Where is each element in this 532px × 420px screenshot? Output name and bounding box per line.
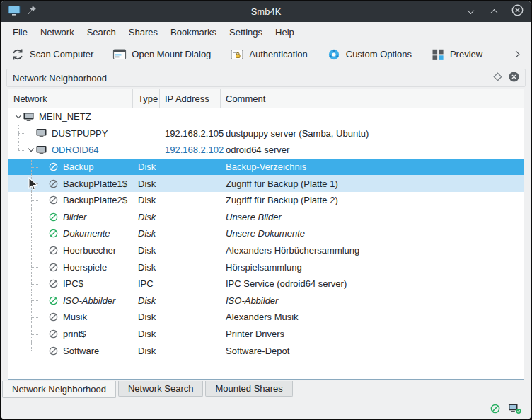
cell-comment <box>221 108 524 125</box>
share-icon <box>48 346 59 356</box>
pin-icon <box>27 5 37 18</box>
tab-network-search[interactable]: Network Search <box>118 381 203 397</box>
cell-ip-address <box>160 276 221 293</box>
tree-guide <box>31 267 38 268</box>
share-icon <box>48 245 59 256</box>
toolbar-overflow-button[interactable] <box>511 49 521 59</box>
share-icon <box>48 195 59 205</box>
cell-ip-address <box>160 108 221 125</box>
tab-network-neighborhood[interactable]: Network Neighborhood <box>2 381 116 398</box>
table-row[interactable]: BackupPlatte2$DiskZugriff für Backup (Pl… <box>8 192 524 209</box>
table-row[interactable]: IPC$IPCIPC Service (odroid64 server) <box>8 276 524 293</box>
cell-network: Hoerbuecher <box>8 242 133 259</box>
menu-shares[interactable]: Shares <box>122 25 164 40</box>
table-row[interactable]: MusikDiskAlexanders Musik <box>8 309 524 326</box>
cell-type <box>133 125 160 142</box>
chevron-right-icon <box>513 51 520 58</box>
cell-network: MEIN_NETZ <box>8 108 133 125</box>
cell-type: Disk <box>133 192 160 209</box>
dock-float-button[interactable] <box>493 72 502 84</box>
item-name: Dokumente <box>63 228 110 239</box>
titlebar[interactable]: Smb4K <box>1 1 531 22</box>
cell-ip-address <box>160 175 221 192</box>
table-row[interactable]: BackupPlatte1$DiskZugriff für Backup (Pl… <box>8 175 524 192</box>
mounted-share-icon <box>48 212 59 222</box>
dock-close-button[interactable] <box>509 72 519 84</box>
column-header-type[interactable]: Type <box>133 89 160 108</box>
menu-bookmarks[interactable]: Bookmarks <box>164 25 223 40</box>
item-name: Hoerbuecher <box>63 245 116 256</box>
item-name: ISO-Abbilder <box>63 295 115 306</box>
chevron-down-icon <box>16 113 21 118</box>
cell-type: Disk <box>133 225 160 242</box>
cell-network: Musik <box>8 309 133 326</box>
close-icon <box>511 4 524 18</box>
cell-comment: IPC Service (odroid64 server) <box>221 276 524 293</box>
maximize-button[interactable] <box>487 5 500 18</box>
table-row[interactable]: DokumenteDiskUnsere Dokumente <box>8 225 524 242</box>
item-name: print$ <box>63 329 86 339</box>
cell-network: Software <box>8 342 133 359</box>
cell-comment: odroid64 server <box>221 142 524 159</box>
tree-guide <box>31 342 32 351</box>
cell-comment: Software-Depot <box>221 342 524 359</box>
menu-help[interactable]: Help <box>269 25 301 40</box>
network-status-icon <box>508 403 521 414</box>
tree-guide <box>31 300 38 301</box>
cell-network: Dokumente <box>8 225 133 242</box>
scan-computer-button[interactable]: Scan Computer <box>11 47 93 62</box>
cell-ip-address <box>160 159 221 176</box>
menu-settings[interactable]: Settings <box>223 25 269 40</box>
table-row[interactable]: HoerbuecherDiskAlexanders Hörbüchersamml… <box>8 242 524 259</box>
table-row[interactable]: SoftwareDiskSoftware-Depot <box>8 342 524 359</box>
table-row[interactable]: MEIN_NETZ <box>8 108 524 125</box>
mounted-share-icon <box>48 295 59 306</box>
expander-icon[interactable] <box>27 149 35 151</box>
menu-search[interactable]: Search <box>81 25 122 40</box>
mount-dialog-icon <box>112 47 127 62</box>
preview-icon <box>431 47 445 62</box>
authentication-button[interactable]: Authentication <box>230 47 307 62</box>
cell-type: Disk <box>133 242 160 259</box>
tree-guide <box>31 234 38 234</box>
table-row[interactable]: HoerspieleDiskHörspielsammlung <box>8 259 524 276</box>
expander-icon[interactable] <box>14 115 23 118</box>
statusbar <box>1 398 531 419</box>
item-name: MEIN_NETZ <box>39 111 91 122</box>
menu-file[interactable]: File <box>6 25 34 40</box>
table-row[interactable]: print$DiskPrinter Drivers <box>8 326 524 343</box>
close-button[interactable] <box>511 5 524 18</box>
menu-network[interactable]: Network <box>34 25 81 40</box>
table-row[interactable]: DUSTPUPPY192.168.2.105dustpuppy server (… <box>8 125 524 142</box>
cell-ip-address <box>160 293 221 310</box>
tree-guide <box>31 284 38 285</box>
cell-network: ODROID64 <box>8 142 133 159</box>
cell-type: Disk <box>133 309 160 326</box>
cell-comment: Zugriff für Backup (Platte 1) <box>221 175 524 192</box>
tree-guide <box>31 183 38 184</box>
table-row[interactable]: BackupDiskBackup-Verzeichnis <box>8 159 524 176</box>
cell-comment: Unsere Dokumente <box>221 225 524 242</box>
share-icon <box>48 178 59 189</box>
authentication-icon <box>230 47 244 62</box>
bottom-tabs: Network NeighborhoodNetwork SearchMounte… <box>2 381 530 398</box>
item-name: BackupPlatte1$ <box>63 178 127 189</box>
tree-guide <box>31 351 38 351</box>
table-row[interactable]: BilderDiskUnsere Bilder <box>8 209 524 226</box>
cell-comment: Zugriff für Backup (Platte 2) <box>221 192 524 209</box>
column-header-comment[interactable]: Comment <box>221 89 524 108</box>
table-row[interactable]: ISO-AbbilderDiskISO-Abbilder <box>8 293 524 310</box>
table-body: MEIN_NETZDUSTPUPPY192.168.2.105dustpuppy… <box>8 108 524 379</box>
tab-mounted-shares[interactable]: Mounted Shares <box>205 381 292 397</box>
cell-type: Disk <box>133 175 160 192</box>
cell-comment: Unsere Bilder <box>221 209 524 226</box>
window-title: Smb4K <box>1 6 531 17</box>
minimize-button[interactable] <box>464 5 477 18</box>
column-header-network[interactable]: Network <box>8 89 133 108</box>
open-mount-dialog-button[interactable]: Open Mount Dialog <box>112 47 211 62</box>
preview-button[interactable]: Preview <box>431 47 482 62</box>
column-header-ip-address[interactable]: IP Address <box>160 89 221 108</box>
cell-network: Hoerspiele <box>8 259 133 276</box>
custom-options-button[interactable]: Custom Options <box>327 47 412 62</box>
table-row[interactable]: ODROID64192.168.2.102odroid64 server <box>8 142 524 159</box>
